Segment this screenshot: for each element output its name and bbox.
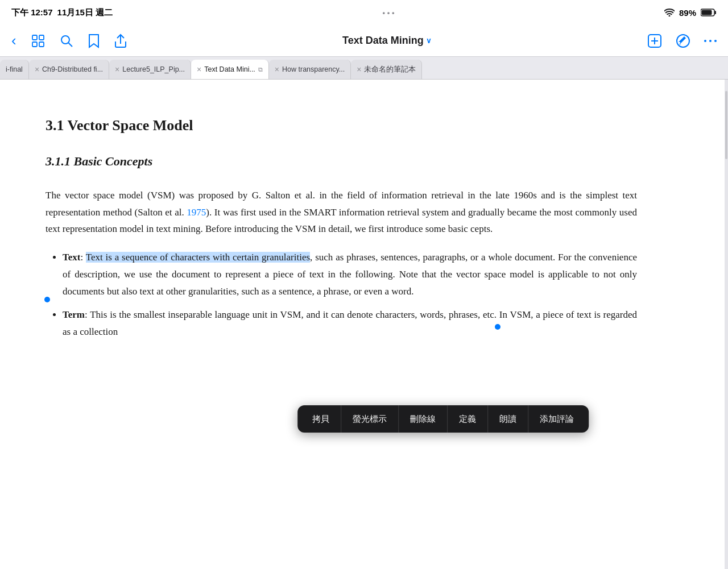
toolbar-center: Text Data Mining ∨ (134, 35, 640, 47)
bullet-text-colon: : (81, 252, 86, 263)
svg-rect-3 (32, 35, 37, 40)
tab-close-ch9[interactable]: × (35, 65, 39, 74)
toolbar-right (645, 31, 719, 51)
document-title[interactable]: Text Data Mining ∨ (342, 35, 432, 47)
svg-point-14 (709, 40, 712, 42)
context-menu-strikethrough[interactable]: 刪除線 (399, 405, 448, 433)
context-menu-copy[interactable]: 拷貝 (301, 405, 341, 433)
svg-rect-5 (32, 42, 37, 47)
paragraph-1: The vector space model (VSM) was propose… (46, 187, 637, 238)
sub-section-title: 3.1.1 Basic Concepts (46, 151, 637, 171)
context-menu-highlight[interactable]: 螢光標示 (341, 405, 399, 433)
tabs-bar: i-final × Ch9-Distributed fi... × Lectur… (0, 57, 728, 80)
tab-how-transparency[interactable]: × How transparency... (269, 60, 351, 79)
bullet-term-colon: : This is the smallest inseparable langu… (63, 309, 637, 337)
bullet-text-label: Text (63, 252, 81, 263)
share-button[interactable] (112, 31, 129, 51)
date-display: 11月15日 週二 (57, 7, 113, 18)
bullet-list: Text: Text is a sequence of characters w… (63, 249, 637, 300)
svg-rect-1 (714, 11, 716, 14)
add-icon (647, 34, 662, 48)
selection-handle-right[interactable] (495, 324, 500, 330)
citation-link[interactable]: 1975 (187, 207, 206, 218)
svg-rect-2 (701, 10, 712, 15)
bullet-item-term: Term: This is the smallest inseparable l… (63, 306, 637, 340)
document-content: 3.1 Vector Space Model 3.1.1 Basic Conce… (0, 80, 682, 569)
tab-close-unnamed-notebook[interactable]: × (357, 65, 361, 74)
tab-i-final[interactable]: i-final (0, 60, 29, 79)
context-menu-define[interactable]: 定義 (448, 405, 488, 433)
battery-percent: 89% (679, 8, 696, 18)
status-bar-left: 下午 12:57 11月15日 週二 (11, 7, 113, 18)
grid-button[interactable] (29, 32, 47, 50)
edit-button[interactable] (673, 31, 693, 51)
svg-point-15 (714, 40, 717, 42)
svg-line-8 (68, 43, 72, 47)
svg-rect-4 (39, 35, 44, 40)
toolbar-left: ‹ (9, 30, 129, 52)
svg-rect-6 (39, 42, 44, 47)
scrollbar-thumb[interactable] (725, 91, 727, 159)
back-button[interactable]: ‹ (9, 30, 19, 52)
tab-text-data-mining[interactable]: × Text Data Mini... ⧉ (191, 60, 269, 79)
status-bar-center: • • • (383, 9, 395, 17)
tab-sync-icon: ⧉ (258, 66, 263, 73)
wifi-icon (664, 9, 675, 16)
status-bar-right: 89% (664, 8, 717, 18)
context-menu-speak[interactable]: 朗讀 (488, 405, 528, 433)
add-button[interactable] (645, 31, 664, 51)
bullet-item-text: Text: Text is a sequence of characters w… (63, 249, 637, 300)
tab-lecture5[interactable]: × Lecture5_ILP_Pip... (109, 60, 191, 79)
dropdown-chevron: ∨ (426, 36, 432, 45)
ellipsis-dots: • • • (383, 9, 395, 17)
tab-close-text-data-mining[interactable]: × (197, 65, 201, 74)
tab-ch9[interactable]: × Ch9-Distributed fi... (29, 60, 109, 79)
partially-hidden-text: cepts. (470, 223, 493, 234)
svg-point-7 (61, 36, 69, 44)
more-button[interactable] (702, 37, 719, 45)
bullet-term-label: Term (63, 309, 85, 320)
share-icon (114, 34, 127, 48)
battery-icon (701, 9, 717, 16)
selection-handle-left[interactable] (44, 297, 50, 302)
tab-unnamed-notebook[interactable]: × 未命名的筆記本 (351, 60, 422, 79)
context-menu-toolbar: 拷貝 螢光標示 刪除線 定義 朗讀 添加評論 (297, 405, 589, 433)
search-button[interactable] (57, 32, 76, 50)
section-title: 3.1 Vector Space Model (46, 114, 637, 138)
bullet-list-2: Term: This is the smallest inseparable l… (63, 306, 637, 340)
more-icon (704, 39, 717, 43)
document-area: 3.1 Vector Space Model 3.1.1 Basic Conce… (0, 80, 728, 569)
time-display: 下午 12:57 (11, 7, 53, 18)
bookmark-button[interactable] (86, 31, 102, 51)
bookmark-icon (88, 34, 100, 48)
tab-close-lecture5[interactable]: × (115, 65, 119, 74)
grid-icon (31, 34, 45, 48)
tab-close-how-transparency[interactable]: × (275, 65, 279, 74)
status-bar: 下午 12:57 11月15日 週二 • • • 89% (0, 0, 728, 25)
selected-text: Text is a sequence of characters with ce… (86, 252, 310, 263)
svg-point-13 (704, 40, 706, 42)
edit-icon (676, 34, 690, 48)
scrollbar[interactable] (725, 80, 728, 569)
search-icon (60, 34, 73, 48)
context-menu-add-comment[interactable]: 添加評論 (528, 405, 585, 433)
toolbar: ‹ Text (0, 25, 728, 57)
